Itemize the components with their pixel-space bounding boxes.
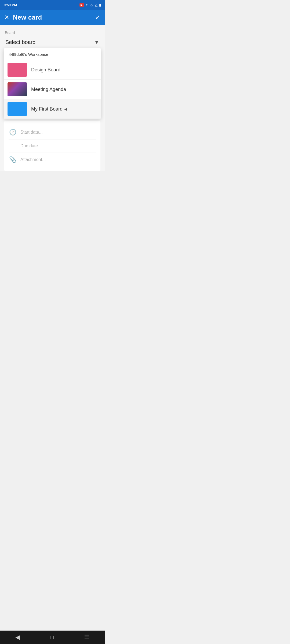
main-content: Board Select board ▼ 44f9dbf6's Workspac… <box>0 25 105 171</box>
status-icons: ▶ ✦ ☼ △ ▮ <box>79 3 101 7</box>
battery-icon: ▮ <box>99 3 101 7</box>
select-board-placeholder: Select board <box>5 39 35 45</box>
app-bar-left: ✕ New card <box>4 14 42 21</box>
menu-button[interactable]: ☰ <box>81 631 92 643</box>
page-title: New card <box>13 14 42 21</box>
attachment-icon: 📎 <box>9 156 17 163</box>
back-button[interactable]: ◀ <box>13 631 23 643</box>
meeting-art <box>8 82 27 96</box>
due-date-label: Due date... <box>20 144 41 148</box>
home-button[interactable]: □ <box>48 631 56 643</box>
cursor-indicator: ◀ <box>64 107 67 111</box>
board-name-first: My First Board <box>31 106 63 112</box>
board-section-label: Board <box>4 31 100 35</box>
attachment-label: Attachment... <box>20 157 46 162</box>
form-section: 🕐 Start date... Due date... 📎 Attachment… <box>4 121 100 171</box>
attachment-row[interactable]: 📎 Attachment... <box>9 152 96 167</box>
board-thumbnail-design <box>8 63 27 77</box>
board-dropdown: 44f9dbf6's Workspace Design Board Meetin… <box>4 48 101 119</box>
status-bar: 9:59 PM ▶ ✦ ☼ △ ▮ <box>0 0 105 10</box>
board-thumbnail-first <box>8 102 27 116</box>
app-bar: ✕ New card ✓ <box>0 10 105 25</box>
due-date-row[interactable]: Due date... <box>9 140 96 152</box>
close-button[interactable]: ✕ <box>4 14 9 21</box>
moon-icon: ☼ <box>90 3 93 7</box>
status-time: 9:59 PM <box>4 3 17 7</box>
start-date-row[interactable]: 🕐 Start date... <box>9 125 96 140</box>
bluetooth-icon: ✦ <box>85 3 88 7</box>
wifi-icon: △ <box>95 3 97 7</box>
clock-icon: 🕐 <box>9 129 17 136</box>
recording-icon: ▶ <box>79 3 84 7</box>
list-item[interactable]: Meeting Agenda <box>4 80 101 99</box>
list-item[interactable]: Design Board <box>4 60 101 80</box>
board-thumbnail-meeting <box>8 82 27 96</box>
board-name-design: Design Board <box>31 67 60 73</box>
list-item[interactable]: My First Board ◀ <box>4 99 101 119</box>
start-date-label: Start date... <box>20 130 43 135</box>
dropdown-arrow-icon: ▼ <box>94 39 99 45</box>
workspace-header: 44f9dbf6's Workspace <box>4 48 101 60</box>
bottom-nav: ◀ □ ☰ <box>0 631 105 644</box>
confirm-button[interactable]: ✓ <box>95 14 100 21</box>
select-board-row[interactable]: Select board ▼ <box>4 36 100 48</box>
board-name-meeting: Meeting Agenda <box>31 87 66 92</box>
